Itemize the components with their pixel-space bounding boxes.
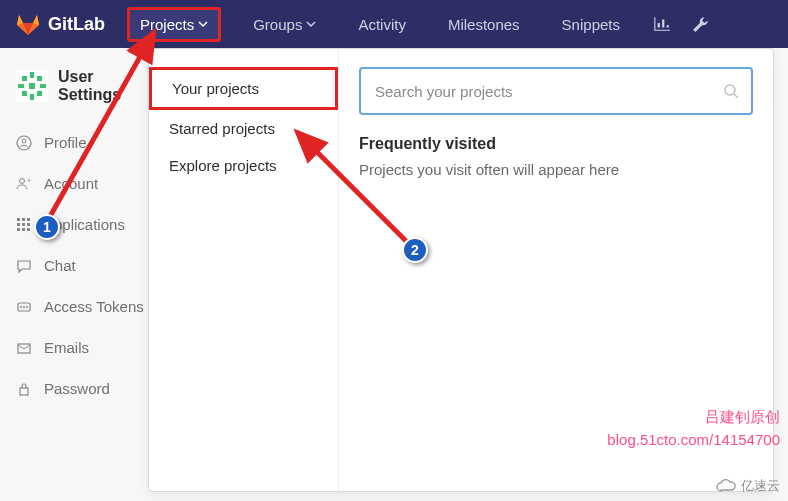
svg-rect-9 bbox=[29, 83, 35, 89]
sidebar-label: Profile bbox=[44, 134, 87, 151]
svg-rect-5 bbox=[22, 76, 27, 81]
apps-icon bbox=[16, 217, 32, 233]
emails-icon bbox=[16, 340, 32, 356]
sidebar-item-profile[interactable]: Profile bbox=[0, 122, 170, 163]
dropdown-item-starred-projects[interactable]: Starred projects bbox=[149, 110, 338, 147]
nav-activity[interactable]: Activity bbox=[348, 10, 416, 39]
chevron-down-icon bbox=[306, 19, 316, 29]
chevron-down-icon bbox=[198, 19, 208, 29]
svg-rect-7 bbox=[22, 91, 27, 96]
dropdown-left-column: Your projects Starred projects Explore p… bbox=[149, 49, 339, 491]
sidebar-header: User Settings bbox=[0, 62, 170, 122]
svg-rect-17 bbox=[17, 223, 20, 226]
nav-projects[interactable]: Projects bbox=[127, 7, 221, 42]
sidebar-item-emails[interactable]: Emails bbox=[0, 327, 170, 368]
svg-rect-28 bbox=[20, 388, 28, 395]
svg-rect-2 bbox=[30, 94, 34, 100]
brand-text: GitLab bbox=[48, 14, 105, 35]
sidebar-label: Chat bbox=[44, 257, 76, 274]
sidebar-item-chat[interactable]: Chat bbox=[0, 245, 170, 286]
sidebar-label: Emails bbox=[44, 339, 89, 356]
sidebar-item-applications[interactable]: Applications bbox=[0, 204, 170, 245]
nav-groups[interactable]: Groups bbox=[243, 10, 326, 39]
nav-groups-label: Groups bbox=[253, 16, 302, 33]
user-avatar bbox=[16, 70, 48, 102]
dropdown-item-your-projects[interactable]: Your projects bbox=[149, 67, 338, 110]
svg-rect-14 bbox=[17, 218, 20, 221]
search-icon bbox=[723, 83, 739, 99]
sidebar-label: Password bbox=[44, 380, 110, 397]
svg-rect-3 bbox=[18, 84, 24, 88]
annotation-badge-2: 2 bbox=[402, 237, 428, 263]
tokens-icon bbox=[16, 299, 32, 315]
watermark-brand: 亿速云 bbox=[715, 477, 780, 495]
annotation-badge-1: 1 bbox=[34, 214, 60, 240]
svg-rect-6 bbox=[37, 76, 42, 81]
dropdown-item-explore-projects[interactable]: Explore projects bbox=[149, 147, 338, 184]
svg-text:+: + bbox=[27, 177, 31, 184]
cloud-icon bbox=[715, 478, 737, 494]
svg-point-12 bbox=[20, 178, 25, 183]
profile-icon bbox=[16, 135, 32, 151]
project-search-input[interactable] bbox=[375, 83, 711, 100]
chat-icon bbox=[16, 258, 32, 274]
frequently-visited-title: Frequently visited bbox=[359, 135, 753, 153]
nav-projects-label: Projects bbox=[140, 16, 194, 33]
sidebar-title: User Settings bbox=[58, 68, 154, 104]
watermark-author: 吕建钊原创 blog.51cto.com/14154700 bbox=[607, 406, 780, 451]
wrench-icon[interactable] bbox=[692, 15, 710, 33]
svg-point-26 bbox=[26, 306, 28, 308]
password-icon bbox=[16, 381, 32, 397]
sidebar-label: Account bbox=[44, 175, 98, 192]
svg-point-29 bbox=[725, 85, 735, 95]
nav-milestones[interactable]: Milestones bbox=[438, 10, 530, 39]
svg-rect-22 bbox=[27, 228, 30, 231]
svg-point-25 bbox=[23, 306, 25, 308]
svg-rect-8 bbox=[37, 91, 42, 96]
top-navigation: GitLab Projects Groups Activity Mileston… bbox=[0, 0, 788, 48]
sidebar-item-password[interactable]: Password bbox=[0, 368, 170, 409]
gitlab-icon bbox=[16, 12, 40, 36]
gitlab-logo[interactable]: GitLab bbox=[16, 12, 105, 36]
project-search-box[interactable] bbox=[359, 67, 753, 115]
svg-rect-19 bbox=[27, 223, 30, 226]
svg-point-11 bbox=[22, 139, 26, 143]
svg-rect-20 bbox=[17, 228, 20, 231]
svg-point-24 bbox=[20, 306, 22, 308]
sidebar-item-account[interactable]: + Account bbox=[0, 163, 170, 204]
account-icon: + bbox=[16, 176, 32, 192]
frequently-visited-text: Projects you visit often will appear her… bbox=[359, 161, 753, 178]
svg-rect-18 bbox=[22, 223, 25, 226]
sidebar-label: Access Tokens bbox=[44, 298, 144, 315]
svg-rect-4 bbox=[40, 84, 46, 88]
svg-rect-15 bbox=[22, 218, 25, 221]
chart-icon[interactable] bbox=[652, 15, 670, 33]
nav-snippets[interactable]: Snippets bbox=[552, 10, 630, 39]
svg-rect-21 bbox=[22, 228, 25, 231]
sidebar-item-tokens[interactable]: Access Tokens bbox=[0, 286, 170, 327]
settings-sidebar: User Settings Profile + Account Applicat… bbox=[0, 48, 170, 423]
svg-rect-16 bbox=[27, 218, 30, 221]
svg-rect-1 bbox=[30, 72, 34, 78]
